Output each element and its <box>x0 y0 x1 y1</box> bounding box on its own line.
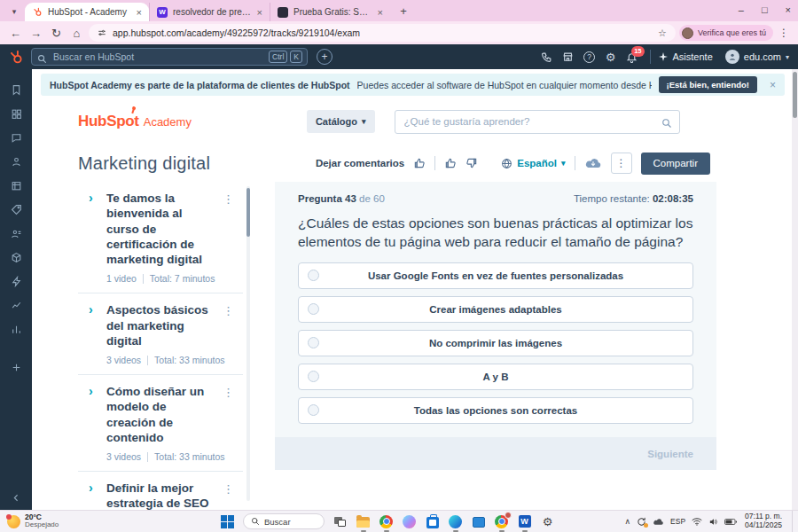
taskbar-weather-widget[interactable]: 20°C Despejado <box>7 513 220 528</box>
calling-icon[interactable] <box>536 51 558 63</box>
rail-commerce-icon[interactable] <box>4 198 27 221</box>
url-bar[interactable]: app.hubspot.com/academy/49225972/tracks/… <box>89 24 676 42</box>
rail-workspaces-icon[interactable] <box>4 102 27 125</box>
rail-conversations-icon[interactable] <box>4 126 27 149</box>
wifi-icon[interactable] <box>692 517 702 526</box>
sidebar-scrollbar[interactable] <box>246 186 250 501</box>
reload-icon[interactable]: ↻ <box>48 27 65 40</box>
page-scrollbar-thumb[interactable] <box>793 72 797 118</box>
forward-icon[interactable]: → <box>27 27 44 40</box>
tray-expand-icon[interactable]: ∧ <box>624 517 630 526</box>
share-button[interactable]: Compartir <box>641 153 710 175</box>
browser-tab-active[interactable]: HubSpot - Academy × <box>25 3 149 21</box>
chrome-button[interactable] <box>379 514 394 529</box>
edge-button[interactable] <box>448 514 463 529</box>
page-scrollbar[interactable] <box>792 69 798 510</box>
rail-contacts-icon[interactable] <box>4 222 27 245</box>
browser-menu-icon[interactable]: ⋮ <box>777 27 791 39</box>
answer-option-3[interactable]: No comprimir las imágenes <box>298 330 693 356</box>
volume-icon[interactable] <box>708 517 718 527</box>
course-item-3[interactable]: › Cómo diseñar un modelo de creación de … <box>78 375 243 472</box>
course-item-menu-icon[interactable]: ⋮ <box>223 482 234 496</box>
window-close-button[interactable]: × <box>786 4 791 15</box>
rail-data-icon[interactable] <box>4 246 27 269</box>
banner-dismiss-button[interactable]: ¡Está bien, entiendo! <box>659 76 757 93</box>
start-button[interactable] <box>220 514 235 529</box>
answer-option-4[interactable]: A y B <box>298 364 693 390</box>
course-item-menu-icon[interactable]: ⋮ <box>223 386 234 399</box>
tab-close-icon[interactable]: × <box>137 7 142 18</box>
file-explorer-button[interactable] <box>356 514 371 529</box>
course-item-2[interactable]: › Aspectos básicos del marketing digital… <box>78 293 243 375</box>
next-button[interactable]: Siguiente <box>647 449 693 459</box>
course-item-menu-icon[interactable]: ⋮ <box>223 304 234 317</box>
hubspot-search-input[interactable] <box>31 48 308 66</box>
copilot-button[interactable] <box>402 514 417 529</box>
hubspot-search[interactable]: Ctrl K <box>31 48 308 66</box>
banner-close-icon[interactable]: × <box>770 79 776 91</box>
cloud-download-icon[interactable] <box>584 157 602 169</box>
catalog-dropdown-button[interactable]: Catálogo▾ <box>307 110 375 133</box>
sidebar-scrollbar-thumb[interactable] <box>246 188 250 237</box>
show-desktop-button[interactable] <box>792 511 794 532</box>
window-minimize-button[interactable]: – <box>739 4 744 15</box>
browser-tab-3[interactable]: Prueba Gratis: Solucionador de × <box>270 3 390 21</box>
course-item-menu-icon[interactable]: ⋮ <box>223 192 234 206</box>
course-item-1[interactable]: › Te damos la bienvenida al curso de cer… <box>78 182 243 293</box>
word-button[interactable]: W <box>517 514 532 529</box>
quick-create-button[interactable]: + <box>317 49 332 65</box>
window-maximize-button[interactable]: □ <box>762 4 768 15</box>
chevron-right-icon[interactable]: › <box>89 481 93 495</box>
tab-close-icon[interactable]: × <box>257 7 262 18</box>
new-tab-button[interactable]: + <box>395 3 411 19</box>
rail-collapse-icon[interactable] <box>4 486 27 509</box>
verify-profile-button[interactable]: Verifica que eres tú <box>679 25 773 41</box>
account-menu[interactable]: edu.com ▾ <box>725 50 789 64</box>
store-button[interactable] <box>425 514 440 529</box>
bookmark-star-icon[interactable]: ☆ <box>658 27 667 39</box>
rail-crm-icon[interactable] <box>4 150 27 173</box>
back-icon[interactable]: ← <box>7 27 24 40</box>
taskbar-search[interactable]: Buscar <box>243 513 325 529</box>
display-app-button[interactable] <box>471 514 486 529</box>
thumbs-down-icon[interactable] <box>466 157 478 169</box>
rail-add-icon[interactable] <box>4 356 27 379</box>
assistant-button[interactable]: Asistente <box>658 51 713 62</box>
thumbs-up-icon[interactable] <box>444 157 457 169</box>
chevron-right-icon[interactable]: › <box>89 302 93 317</box>
onedrive-cloud-icon[interactable] <box>653 518 664 526</box>
tab-search-icon[interactable]: ▾ <box>7 4 21 19</box>
site-info-icon[interactable] <box>98 28 106 37</box>
language-indicator[interactable]: ESP <box>670 517 685 526</box>
hubspot-sprocket-icon[interactable] <box>9 50 24 65</box>
more-options-button[interactable]: ⋮ <box>611 153 632 174</box>
rail-reporting-icon[interactable] <box>4 293 27 317</box>
feedback-thumb-icon[interactable] <box>413 157 426 169</box>
academy-search-input[interactable] <box>395 110 680 134</box>
rail-library-icon[interactable] <box>4 174 27 197</box>
rail-automation-icon[interactable] <box>4 270 27 293</box>
battery-icon[interactable] <box>724 518 737 526</box>
taskbar-clock[interactable]: 07:11 p. m. 04/11/2025 <box>745 512 782 530</box>
notifications-bell-icon[interactable]: 15 <box>622 51 643 63</box>
language-selector[interactable]: Español ▾ <box>501 158 565 169</box>
rail-bookmark-icon[interactable] <box>4 78 27 101</box>
rail-analytics-icon[interactable] <box>4 317 27 340</box>
settings-app-button[interactable]: ⚙ <box>540 514 555 529</box>
marketplace-icon[interactable] <box>558 51 579 63</box>
browser-tab-2[interactable]: W resolvedor de preguntas conca × <box>149 3 270 21</box>
answer-option-2[interactable]: Crear imágenes adaptables <box>298 296 693 323</box>
answer-option-5[interactable]: Todas las opciones son correctas <box>298 397 693 424</box>
chevron-right-icon[interactable]: › <box>89 191 93 205</box>
academy-logo[interactable]: HubSpotAcademy <box>78 113 192 130</box>
sync-icon[interactable] <box>637 517 646 527</box>
url-text[interactable]: app.hubspot.com/academy/49225972/tracks/… <box>113 27 652 38</box>
chrome-profile-button[interactable] <box>494 514 509 529</box>
feedback-label[interactable]: Dejar comentarios <box>316 158 404 168</box>
answer-option-1[interactable]: Usar Google Fonts en vez de fuentes pers… <box>298 262 693 289</box>
settings-gear-icon[interactable]: ⚙ <box>600 51 622 63</box>
home-icon[interactable]: ⌂ <box>68 27 85 40</box>
chevron-right-icon[interactable]: › <box>89 384 93 398</box>
tab-close-icon[interactable]: × <box>378 7 383 18</box>
task-view-button[interactable] <box>332 514 348 529</box>
